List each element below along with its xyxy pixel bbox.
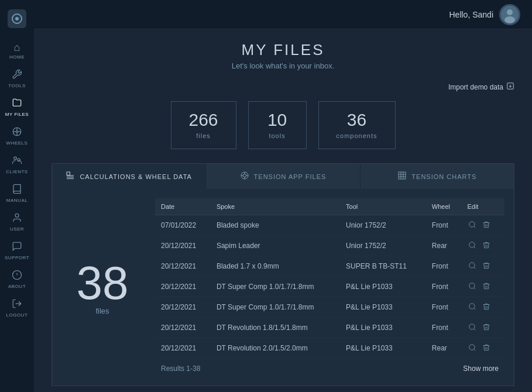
cell-date: 20/12/2021 <box>155 318 211 338</box>
cell-date: 07/01/2022 <box>155 215 211 236</box>
stat-tools-label: tools <box>269 132 285 139</box>
cell-actions <box>461 338 504 359</box>
tools-icon <box>12 69 22 81</box>
about-icon <box>12 270 22 282</box>
svg-point-1 <box>15 17 19 20</box>
support-icon <box>12 241 22 253</box>
sidebar-item-tools[interactable]: TOOLS <box>0 64 34 91</box>
col-date: Date <box>155 198 211 215</box>
sidebar-item-wheels-label: WHEELS <box>6 140 28 146</box>
view-button[interactable] <box>467 322 478 333</box>
delete-button[interactable] <box>481 281 492 293</box>
cell-actions <box>461 318 504 338</box>
view-button[interactable] <box>467 219 478 231</box>
user-icon <box>12 212 22 225</box>
tab-tension-files[interactable]: TENSION APP FILES <box>206 164 360 189</box>
logo-area <box>4 6 30 35</box>
table-row: 20/12/2021 Sapim Leader Unior 1752/2 Rea… <box>155 236 504 256</box>
cell-date: 20/12/2021 <box>155 236 211 256</box>
tab-tension-files-label: TENSION APP FILES <box>254 173 327 180</box>
cell-date: 20/12/2021 <box>155 338 211 359</box>
cell-spoke: DT Revolution 1.8/1.5/1.8mm <box>211 318 340 338</box>
logo-box <box>8 9 26 28</box>
cell-tool: SUPER B TB-ST11 <box>340 256 426 277</box>
cell-spoke: Bladed 1.7 x 0.9mm <box>211 256 340 277</box>
tab-tension-charts[interactable]: TENSION CHARTS <box>361 164 514 189</box>
table-footer: Results 1-38 Show more <box>155 359 504 376</box>
header: Hello, Sandi <box>34 0 532 29</box>
delete-button[interactable] <box>481 240 492 252</box>
sidebar-item-user-label: USER <box>10 226 24 232</box>
table-area: Date Spoke Tool Wheel Edit 07/01/2022 Bl… <box>155 198 504 376</box>
cell-wheel: Front <box>426 318 462 338</box>
view-button[interactable] <box>467 301 478 313</box>
cell-spoke: DT Super Comp 1.0/1.7/1.8mm <box>211 277 340 297</box>
sidebar-item-my-files[interactable]: MY FILES <box>0 93 34 119</box>
delete-button[interactable] <box>481 301 492 313</box>
sidebar: ⌂ HOME TOOLS MY FILES <box>0 0 34 392</box>
svg-point-39 <box>469 263 475 268</box>
sidebar-item-clients[interactable]: CLIENTS <box>0 150 34 177</box>
sidebar-item-user[interactable]: USER <box>0 208 34 234</box>
cell-wheel: Rear <box>426 338 462 359</box>
logo-icon <box>10 12 24 26</box>
show-more-button[interactable]: Show more <box>463 365 499 373</box>
tab-calculations[interactable]: CALCULATIONS & WHEEL DATA <box>52 164 206 189</box>
stat-card-components: 36 components <box>318 101 396 149</box>
svg-rect-30 <box>399 172 406 179</box>
view-button[interactable] <box>467 240 478 252</box>
stat-card-tools: 10 tools <box>248 101 307 149</box>
cell-tool: P&L Lie P1033 <box>340 338 426 359</box>
svg-line-46 <box>474 329 476 331</box>
tabs-container: CALCULATIONS & WHEEL DATA TENSION <box>52 163 514 386</box>
sidebar-item-home[interactable]: ⌂ HOME <box>0 37 34 62</box>
sidebar-item-wheels[interactable]: WHEELS <box>0 122 34 148</box>
view-button[interactable] <box>467 260 478 272</box>
svg-line-48 <box>474 349 476 351</box>
sidebar-item-logout[interactable]: LOGOUT <box>0 294 34 320</box>
table-row: 20/12/2021 Bladed 1.7 x 0.9mm SUPER B TB… <box>155 256 504 277</box>
delete-button[interactable] <box>481 219 492 231</box>
svg-point-8 <box>14 157 17 160</box>
svg-point-47 <box>469 345 475 350</box>
svg-point-3 <box>16 131 18 133</box>
stat-tools-number: 10 <box>266 110 289 130</box>
logout-icon <box>12 298 22 311</box>
results-text: Results 1-38 <box>161 365 200 373</box>
sidebar-item-about[interactable]: ABOUT <box>0 265 34 291</box>
table-wrapper: 38 files Date Spoke Tool Wheel Edit <box>52 189 514 386</box>
cell-wheel: Front <box>426 297 462 318</box>
svg-point-41 <box>469 283 475 288</box>
calculations-tab-icon <box>66 171 75 182</box>
avatar <box>499 4 520 25</box>
svg-line-38 <box>474 247 476 249</box>
svg-point-17 <box>504 16 515 23</box>
view-button[interactable] <box>467 342 478 354</box>
tab-calculations-label: CALCULATIONS & WHEEL DATA <box>80 173 191 180</box>
sidebar-item-clients-label: CLIENTS <box>6 169 28 174</box>
main-content: Hello, Sandi MY FILES Let's look what's … <box>34 0 532 392</box>
view-button[interactable] <box>467 281 478 293</box>
tabs-header: CALCULATIONS & WHEEL DATA TENSION <box>52 164 514 189</box>
delete-button[interactable] <box>481 322 492 333</box>
svg-point-37 <box>469 242 475 247</box>
manual-icon <box>12 184 22 196</box>
clients-icon <box>12 155 22 167</box>
sidebar-item-support[interactable]: SUPPORT <box>0 236 34 263</box>
import-demo-link[interactable]: Import demo data <box>448 82 514 92</box>
delete-button[interactable] <box>481 260 492 272</box>
cell-actions <box>461 297 504 318</box>
tension-charts-tab-icon <box>397 171 407 182</box>
cell-tool: Unior 1752/2 <box>340 215 426 236</box>
svg-point-43 <box>469 304 475 309</box>
cell-tool: Unior 1752/2 <box>340 236 426 256</box>
cell-actions <box>461 256 504 277</box>
stat-files-label: files <box>196 132 211 139</box>
delete-button[interactable] <box>481 342 492 354</box>
sidebar-item-my-files-label: MY FILES <box>5 112 29 117</box>
table-row: 20/12/2021 DT Revolution 2.0/1.5/2.0mm P… <box>155 338 504 359</box>
svg-line-36 <box>474 226 476 228</box>
sidebar-item-manual[interactable]: MANUAL <box>0 179 34 205</box>
cell-spoke: Bladed spoke <box>211 215 340 236</box>
stat-card-files: 266 files <box>171 101 236 149</box>
